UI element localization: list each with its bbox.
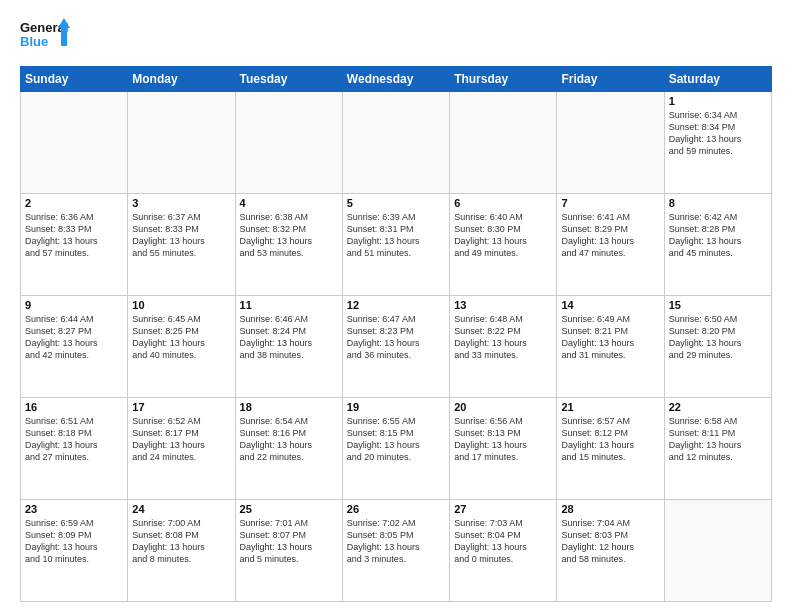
day-number: 13 bbox=[454, 299, 552, 311]
calendar-header-row: SundayMondayTuesdayWednesdayThursdayFrid… bbox=[21, 67, 772, 92]
calendar-day-header: Sunday bbox=[21, 67, 128, 92]
calendar-day-header: Friday bbox=[557, 67, 664, 92]
calendar-cell: 7Sunrise: 6:41 AM Sunset: 8:29 PM Daylig… bbox=[557, 194, 664, 296]
day-number: 21 bbox=[561, 401, 659, 413]
day-number: 15 bbox=[669, 299, 767, 311]
day-number: 18 bbox=[240, 401, 338, 413]
day-number: 9 bbox=[25, 299, 123, 311]
day-number: 23 bbox=[25, 503, 123, 515]
calendar-cell: 13Sunrise: 6:48 AM Sunset: 8:22 PM Dayli… bbox=[450, 296, 557, 398]
day-number: 5 bbox=[347, 197, 445, 209]
day-info: Sunrise: 6:38 AM Sunset: 8:32 PM Dayligh… bbox=[240, 211, 338, 260]
calendar-cell: 2Sunrise: 6:36 AM Sunset: 8:33 PM Daylig… bbox=[21, 194, 128, 296]
calendar-cell: 4Sunrise: 6:38 AM Sunset: 8:32 PM Daylig… bbox=[235, 194, 342, 296]
day-number: 14 bbox=[561, 299, 659, 311]
day-number: 25 bbox=[240, 503, 338, 515]
day-number: 17 bbox=[132, 401, 230, 413]
day-number: 8 bbox=[669, 197, 767, 209]
day-info: Sunrise: 6:37 AM Sunset: 8:33 PM Dayligh… bbox=[132, 211, 230, 260]
calendar-cell: 15Sunrise: 6:50 AM Sunset: 8:20 PM Dayli… bbox=[664, 296, 771, 398]
day-info: Sunrise: 6:55 AM Sunset: 8:15 PM Dayligh… bbox=[347, 415, 445, 464]
day-info: Sunrise: 6:58 AM Sunset: 8:11 PM Dayligh… bbox=[669, 415, 767, 464]
calendar-cell bbox=[21, 92, 128, 194]
header: General Blue bbox=[20, 16, 772, 58]
day-number: 6 bbox=[454, 197, 552, 209]
calendar-cell bbox=[450, 92, 557, 194]
day-number: 19 bbox=[347, 401, 445, 413]
day-info: Sunrise: 6:44 AM Sunset: 8:27 PM Dayligh… bbox=[25, 313, 123, 362]
day-number: 3 bbox=[132, 197, 230, 209]
day-number: 12 bbox=[347, 299, 445, 311]
day-info: Sunrise: 7:01 AM Sunset: 8:07 PM Dayligh… bbox=[240, 517, 338, 566]
calendar-cell: 28Sunrise: 7:04 AM Sunset: 8:03 PM Dayli… bbox=[557, 500, 664, 602]
day-info: Sunrise: 6:47 AM Sunset: 8:23 PM Dayligh… bbox=[347, 313, 445, 362]
day-info: Sunrise: 6:54 AM Sunset: 8:16 PM Dayligh… bbox=[240, 415, 338, 464]
calendar-week-row: 16Sunrise: 6:51 AM Sunset: 8:18 PM Dayli… bbox=[21, 398, 772, 500]
calendar-cell: 21Sunrise: 6:57 AM Sunset: 8:12 PM Dayli… bbox=[557, 398, 664, 500]
calendar-table: SundayMondayTuesdayWednesdayThursdayFrid… bbox=[20, 66, 772, 602]
day-info: Sunrise: 6:46 AM Sunset: 8:24 PM Dayligh… bbox=[240, 313, 338, 362]
calendar-cell: 6Sunrise: 6:40 AM Sunset: 8:30 PM Daylig… bbox=[450, 194, 557, 296]
page: General Blue SundayMondayTuesdayWednesda… bbox=[0, 0, 792, 612]
day-info: Sunrise: 6:34 AM Sunset: 8:34 PM Dayligh… bbox=[669, 109, 767, 158]
calendar-day-header: Saturday bbox=[664, 67, 771, 92]
calendar-week-row: 2Sunrise: 6:36 AM Sunset: 8:33 PM Daylig… bbox=[21, 194, 772, 296]
calendar-cell: 22Sunrise: 6:58 AM Sunset: 8:11 PM Dayli… bbox=[664, 398, 771, 500]
day-number: 11 bbox=[240, 299, 338, 311]
calendar-day-header: Tuesday bbox=[235, 67, 342, 92]
calendar-cell bbox=[664, 500, 771, 602]
day-number: 22 bbox=[669, 401, 767, 413]
day-info: Sunrise: 7:00 AM Sunset: 8:08 PM Dayligh… bbox=[132, 517, 230, 566]
calendar-cell bbox=[235, 92, 342, 194]
day-number: 28 bbox=[561, 503, 659, 515]
calendar-cell bbox=[557, 92, 664, 194]
day-number: 20 bbox=[454, 401, 552, 413]
calendar-cell: 27Sunrise: 7:03 AM Sunset: 8:04 PM Dayli… bbox=[450, 500, 557, 602]
day-info: Sunrise: 6:48 AM Sunset: 8:22 PM Dayligh… bbox=[454, 313, 552, 362]
day-number: 2 bbox=[25, 197, 123, 209]
day-info: Sunrise: 6:39 AM Sunset: 8:31 PM Dayligh… bbox=[347, 211, 445, 260]
day-info: Sunrise: 6:36 AM Sunset: 8:33 PM Dayligh… bbox=[25, 211, 123, 260]
calendar-cell: 14Sunrise: 6:49 AM Sunset: 8:21 PM Dayli… bbox=[557, 296, 664, 398]
calendar-day-header: Wednesday bbox=[342, 67, 449, 92]
calendar-cell: 8Sunrise: 6:42 AM Sunset: 8:28 PM Daylig… bbox=[664, 194, 771, 296]
calendar-cell: 5Sunrise: 6:39 AM Sunset: 8:31 PM Daylig… bbox=[342, 194, 449, 296]
calendar-cell: 26Sunrise: 7:02 AM Sunset: 8:05 PM Dayli… bbox=[342, 500, 449, 602]
calendar-cell: 10Sunrise: 6:45 AM Sunset: 8:25 PM Dayli… bbox=[128, 296, 235, 398]
calendar-week-row: 23Sunrise: 6:59 AM Sunset: 8:09 PM Dayli… bbox=[21, 500, 772, 602]
calendar-day-header: Monday bbox=[128, 67, 235, 92]
calendar-week-row: 9Sunrise: 6:44 AM Sunset: 8:27 PM Daylig… bbox=[21, 296, 772, 398]
day-info: Sunrise: 6:41 AM Sunset: 8:29 PM Dayligh… bbox=[561, 211, 659, 260]
calendar-cell bbox=[342, 92, 449, 194]
day-number: 7 bbox=[561, 197, 659, 209]
day-number: 1 bbox=[669, 95, 767, 107]
svg-text:Blue: Blue bbox=[20, 34, 48, 49]
logo-svg: General Blue bbox=[20, 16, 70, 58]
day-info: Sunrise: 6:49 AM Sunset: 8:21 PM Dayligh… bbox=[561, 313, 659, 362]
calendar-cell: 9Sunrise: 6:44 AM Sunset: 8:27 PM Daylig… bbox=[21, 296, 128, 398]
calendar-day-header: Thursday bbox=[450, 67, 557, 92]
day-info: Sunrise: 6:50 AM Sunset: 8:20 PM Dayligh… bbox=[669, 313, 767, 362]
day-info: Sunrise: 6:57 AM Sunset: 8:12 PM Dayligh… bbox=[561, 415, 659, 464]
calendar-cell: 23Sunrise: 6:59 AM Sunset: 8:09 PM Dayli… bbox=[21, 500, 128, 602]
day-info: Sunrise: 6:59 AM Sunset: 8:09 PM Dayligh… bbox=[25, 517, 123, 566]
calendar-cell: 24Sunrise: 7:00 AM Sunset: 8:08 PM Dayli… bbox=[128, 500, 235, 602]
day-info: Sunrise: 6:42 AM Sunset: 8:28 PM Dayligh… bbox=[669, 211, 767, 260]
day-info: Sunrise: 7:02 AM Sunset: 8:05 PM Dayligh… bbox=[347, 517, 445, 566]
day-number: 27 bbox=[454, 503, 552, 515]
calendar-cell: 16Sunrise: 6:51 AM Sunset: 8:18 PM Dayli… bbox=[21, 398, 128, 500]
day-info: Sunrise: 6:52 AM Sunset: 8:17 PM Dayligh… bbox=[132, 415, 230, 464]
calendar-cell: 18Sunrise: 6:54 AM Sunset: 8:16 PM Dayli… bbox=[235, 398, 342, 500]
calendar-week-row: 1Sunrise: 6:34 AM Sunset: 8:34 PM Daylig… bbox=[21, 92, 772, 194]
day-number: 24 bbox=[132, 503, 230, 515]
day-info: Sunrise: 6:40 AM Sunset: 8:30 PM Dayligh… bbox=[454, 211, 552, 260]
calendar-cell: 1Sunrise: 6:34 AM Sunset: 8:34 PM Daylig… bbox=[664, 92, 771, 194]
day-number: 4 bbox=[240, 197, 338, 209]
day-info: Sunrise: 7:04 AM Sunset: 8:03 PM Dayligh… bbox=[561, 517, 659, 566]
day-number: 16 bbox=[25, 401, 123, 413]
calendar-cell: 20Sunrise: 6:56 AM Sunset: 8:13 PM Dayli… bbox=[450, 398, 557, 500]
calendar-cell: 11Sunrise: 6:46 AM Sunset: 8:24 PM Dayli… bbox=[235, 296, 342, 398]
day-info: Sunrise: 6:45 AM Sunset: 8:25 PM Dayligh… bbox=[132, 313, 230, 362]
day-info: Sunrise: 6:51 AM Sunset: 8:18 PM Dayligh… bbox=[25, 415, 123, 464]
calendar-cell: 12Sunrise: 6:47 AM Sunset: 8:23 PM Dayli… bbox=[342, 296, 449, 398]
